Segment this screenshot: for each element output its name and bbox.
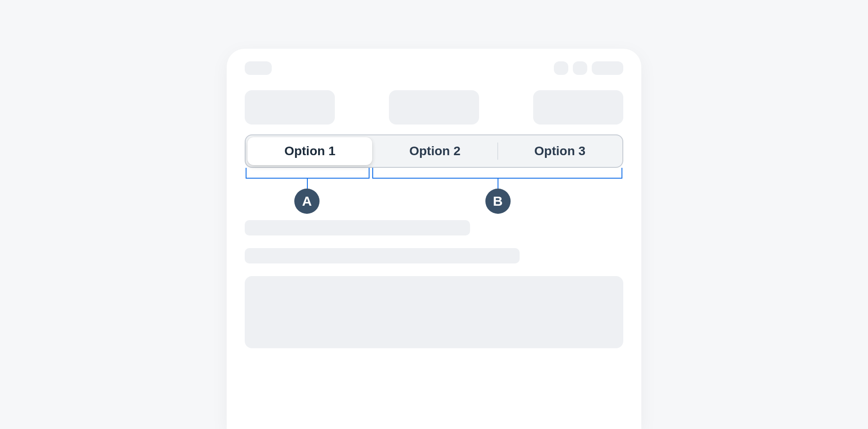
segmented-option-label: Option 1	[284, 144, 336, 158]
annotation-badge-b: B	[485, 189, 511, 214]
text-line-placeholder-2	[245, 248, 520, 263]
segmented-control[interactable]: Option 1 Option 2 Option 3	[245, 134, 623, 168]
bracket-b	[372, 168, 622, 179]
annotation-label: B	[493, 194, 503, 209]
text-line-placeholder-1	[245, 220, 470, 235]
top-bar	[227, 49, 641, 82]
nav-back-placeholder	[245, 61, 272, 75]
segmented-control-container: Option 1 Option 2 Option 3	[227, 125, 641, 168]
action-placeholder-1	[554, 61, 568, 75]
summary-tiles	[227, 82, 641, 125]
content-block-placeholder	[245, 276, 623, 348]
annotation-badge-a: A	[294, 189, 320, 214]
tile-placeholder-2	[389, 90, 479, 125]
tile-placeholder-3	[533, 90, 623, 125]
content-placeholders	[227, 198, 641, 348]
segmented-option-3[interactable]: Option 3	[498, 135, 622, 167]
action-placeholder-2	[573, 61, 587, 75]
tile-placeholder-1	[245, 90, 335, 125]
device-frame: Option 1 Option 2 Option 3 A B	[227, 49, 641, 429]
annotation-brackets: A B	[245, 168, 623, 208]
bracket-a	[246, 168, 370, 179]
annotation-label: A	[302, 194, 312, 209]
segmented-option-2[interactable]: Option 2	[372, 135, 497, 167]
segmented-option-1[interactable]: Option 1	[247, 137, 372, 165]
segmented-option-label: Option 2	[409, 144, 461, 158]
action-placeholder-3	[592, 61, 623, 75]
top-right-actions	[554, 61, 623, 75]
segmented-option-label: Option 3	[535, 144, 586, 158]
